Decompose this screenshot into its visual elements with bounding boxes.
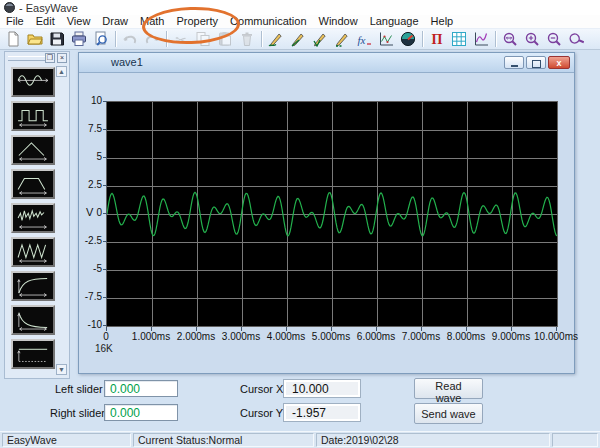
paste-button[interactable] xyxy=(214,29,236,49)
zoom-window-button[interactable] xyxy=(565,29,587,49)
gauge-button[interactable] xyxy=(397,29,419,49)
plot-region: 107.552.50-2.5-5-7.5-10 V 01.000ms2.000m… xyxy=(79,73,574,373)
y-axis-tick xyxy=(103,325,107,326)
waveform-thumb-trapezoid[interactable] xyxy=(11,169,55,199)
toolbar-separator xyxy=(261,31,262,47)
new-icon xyxy=(5,31,21,47)
wave1-title-bar[interactable]: wave1 x xyxy=(79,53,574,73)
print-button[interactable] xyxy=(68,29,90,49)
print-icon xyxy=(71,31,87,47)
menu-item-draw[interactable]: Draw xyxy=(96,15,134,28)
y-axis-label: 7.5 xyxy=(79,123,102,135)
y-axis-tick xyxy=(103,297,107,298)
delete-button[interactable] xyxy=(236,29,258,49)
redo-icon xyxy=(144,31,160,47)
y-axis-unit-label: V xyxy=(86,206,93,218)
palette-close-button[interactable]: × xyxy=(57,53,67,63)
pencil-freehand-button[interactable] xyxy=(265,29,287,49)
menu-item-language[interactable]: Language xyxy=(364,15,425,28)
zoom-horizontal-button[interactable] xyxy=(499,29,521,49)
waveform-thumb-triangle[interactable] xyxy=(11,135,55,165)
menu-item-window[interactable]: Window xyxy=(313,15,364,28)
print-preview-button[interactable] xyxy=(90,29,112,49)
exp-rise-wave-icon xyxy=(15,275,51,297)
zoom-window-icon xyxy=(568,31,584,47)
noise-wave-icon xyxy=(15,207,51,229)
open-button[interactable] xyxy=(24,29,46,49)
minimize-icon xyxy=(511,65,518,67)
sample-points-label: 16K xyxy=(95,343,113,354)
save-icon xyxy=(49,31,65,47)
x-axis-tick xyxy=(196,327,197,331)
toolbar-separator xyxy=(166,31,167,47)
close-icon: x xyxy=(556,58,561,68)
waveform-plot-area[interactable] xyxy=(106,101,558,327)
x-axis-tick xyxy=(151,327,152,331)
copy-icon xyxy=(195,31,211,47)
right-slider-input[interactable]: 0.000 xyxy=(104,404,178,421)
waveform-thumb-exp-decay[interactable] xyxy=(11,305,55,335)
zoom-out-button[interactable] xyxy=(543,29,565,49)
x-axis-tick xyxy=(331,327,332,331)
equation-fx-button[interactable]: fx xyxy=(353,29,375,49)
pencil-vertex-button[interactable] xyxy=(309,29,331,49)
cut-icon: ✂ xyxy=(173,31,189,47)
palette-drag-grip[interactable] xyxy=(8,56,48,61)
dc-line-wave-icon xyxy=(15,343,51,365)
waveform-thumb-exp-rise[interactable] xyxy=(11,271,55,301)
menu-item-help[interactable]: Help xyxy=(425,15,460,28)
menu-item-property[interactable]: Property xyxy=(171,15,225,28)
sawtooth-wave-icon xyxy=(15,241,51,263)
toolbar-separator xyxy=(115,31,116,47)
zoom-out-icon xyxy=(546,31,562,47)
pi-marker-button[interactable]: Π xyxy=(426,29,448,49)
minimize-button[interactable] xyxy=(504,56,524,69)
palette-scroll-down-icon[interactable]: ▼ xyxy=(56,364,67,375)
waveform-thumb-dc-line[interactable] xyxy=(11,339,55,369)
redo-button[interactable] xyxy=(141,29,163,49)
menu-item-view[interactable]: View xyxy=(61,15,97,28)
cursor-y-value[interactable]: -1.957 xyxy=(283,403,361,422)
grid-button[interactable] xyxy=(448,29,470,49)
cursor-x-label: Cursor X xyxy=(240,383,283,395)
cursor-y-label: Cursor Y xyxy=(240,407,283,419)
smooth-curve-button[interactable] xyxy=(470,29,492,49)
read-wave-button[interactable]: Read wave xyxy=(414,378,483,399)
pencil-freehand-icon xyxy=(268,31,284,47)
palette-scroll-up-icon[interactable]: ▲ xyxy=(56,66,67,77)
waveform-thumb-sine[interactable] xyxy=(11,67,55,97)
menu-item-communication[interactable]: Communication xyxy=(224,15,312,28)
save-button[interactable] xyxy=(46,29,68,49)
zoom-in-button[interactable] xyxy=(521,29,543,49)
trapezoid-wave-icon xyxy=(15,173,51,195)
maximize-button[interactable] xyxy=(526,56,546,69)
maximize-icon xyxy=(532,60,541,68)
waveform-thumb-noise[interactable] xyxy=(11,203,55,233)
coordinate-plot-button[interactable] xyxy=(375,29,397,49)
left-slider-input[interactable]: 0.000 xyxy=(104,380,178,397)
pencil-insert-icon xyxy=(334,31,350,47)
zoom-horizontal-icon xyxy=(502,31,518,47)
pencil-insert-button[interactable] xyxy=(331,29,353,49)
send-wave-button[interactable]: Send wave xyxy=(414,403,483,424)
pencil-line-button[interactable] xyxy=(287,29,309,49)
waveform-thumb-sawtooth[interactable] xyxy=(11,237,55,267)
status-date: Date:2019\02\28 xyxy=(316,433,550,447)
menu-item-file[interactable]: File xyxy=(0,15,30,28)
close-button[interactable]: x xyxy=(548,56,570,69)
y-axis-label: 2.5 xyxy=(79,179,102,191)
cursor-x-value[interactable]: 10.000 xyxy=(283,379,361,398)
new-button[interactable] xyxy=(2,29,24,49)
x-axis-tick xyxy=(376,327,377,331)
x-axis-tick xyxy=(466,327,467,331)
y-axis-label: -5 xyxy=(79,263,102,275)
cut-button[interactable]: ✂ xyxy=(170,29,192,49)
undo-button[interactable] xyxy=(119,29,141,49)
paste-icon xyxy=(217,31,233,47)
waveform-thumb-square[interactable] xyxy=(11,101,55,131)
menu-item-edit[interactable]: Edit xyxy=(30,15,61,28)
menu-item-math[interactable]: Math xyxy=(134,15,170,28)
title-bar[interactable]: - EasyWave xyxy=(0,0,600,15)
palette-restore-button[interactable]: ❒ xyxy=(45,53,55,63)
copy-button[interactable] xyxy=(192,29,214,49)
